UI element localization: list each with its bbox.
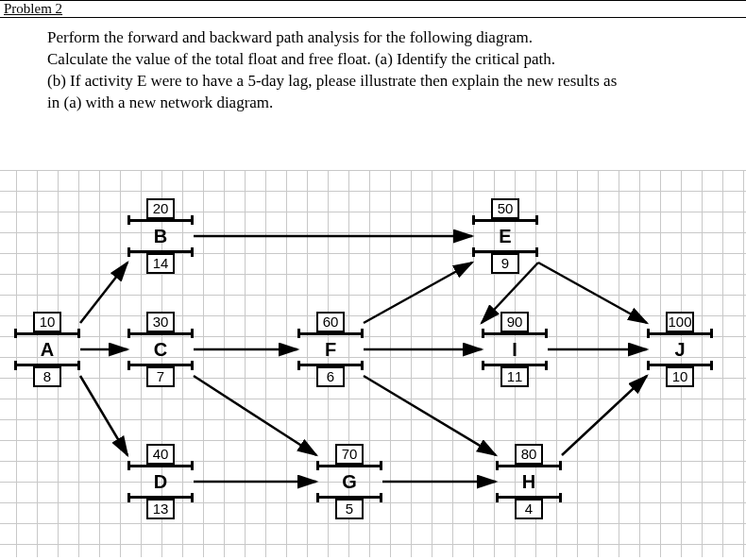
activity-node-i: 90I11 [482,312,548,387]
node-label: D [127,465,194,499]
activity-node-d: 40D13 [127,444,194,519]
instruction-line: in (a) with a new network diagram. [47,93,699,114]
node-bottom-value: 4 [515,499,543,519]
node-bottom-value: 5 [335,499,364,519]
node-bottom-value: 9 [491,253,519,274]
edge-F-H [364,376,496,455]
node-top-value: 90 [500,312,529,332]
node-label: C [127,332,194,366]
edge-F-E [364,263,472,323]
node-label: I [482,332,548,366]
activity-node-j: 100J10 [647,312,713,387]
node-top-value: 50 [491,198,519,219]
node-bottom-value: 7 [146,366,175,387]
activity-node-b: 20B14 [127,198,194,274]
node-top-value: 10 [33,312,61,332]
node-bottom-value: 14 [146,253,175,274]
network-diagram: 10A820B1430C740D1350E960F670G580H490I111… [0,170,746,557]
edge-H-J [562,376,647,455]
problem-title: Problem 2 [4,1,62,16]
node-top-value: 100 [666,312,694,332]
node-label: G [316,465,382,499]
node-top-value: 70 [335,444,364,465]
header-bar: Problem 2 [0,0,746,18]
edge-A-B [80,263,127,323]
activity-node-a: 10A8 [14,312,80,387]
node-label: F [297,332,364,366]
node-bottom-value: 8 [33,366,61,387]
node-label: B [127,219,194,253]
node-label: H [496,465,562,499]
activity-node-g: 70G5 [316,444,382,519]
instruction-line: Perform the forward and backward path an… [47,27,699,49]
node-top-value: 30 [146,312,175,332]
activity-node-c: 30C7 [127,312,194,387]
instruction-line: Calculate the value of the total float a… [47,49,699,71]
node-top-value: 60 [316,312,345,332]
node-label: A [14,332,80,366]
node-bottom-value: 11 [500,366,529,387]
edge-C-G [194,376,316,455]
node-label: J [647,332,713,366]
instructions: Perform the forward and backward path an… [0,18,746,133]
node-top-value: 20 [146,198,175,219]
node-bottom-value: 6 [316,366,345,387]
activity-node-e: 50E9 [472,198,538,274]
node-top-value: 40 [146,444,175,465]
edge-E-J [538,263,647,323]
activity-node-f: 60F6 [297,312,364,387]
node-label: E [472,219,538,253]
edge-A-D [80,376,127,455]
node-bottom-value: 13 [146,499,175,519]
node-top-value: 80 [515,444,543,465]
activity-node-h: 80H4 [496,444,562,519]
node-bottom-value: 10 [666,366,694,387]
instruction-line: (b) If activity E were to have a 5-day l… [47,71,699,93]
